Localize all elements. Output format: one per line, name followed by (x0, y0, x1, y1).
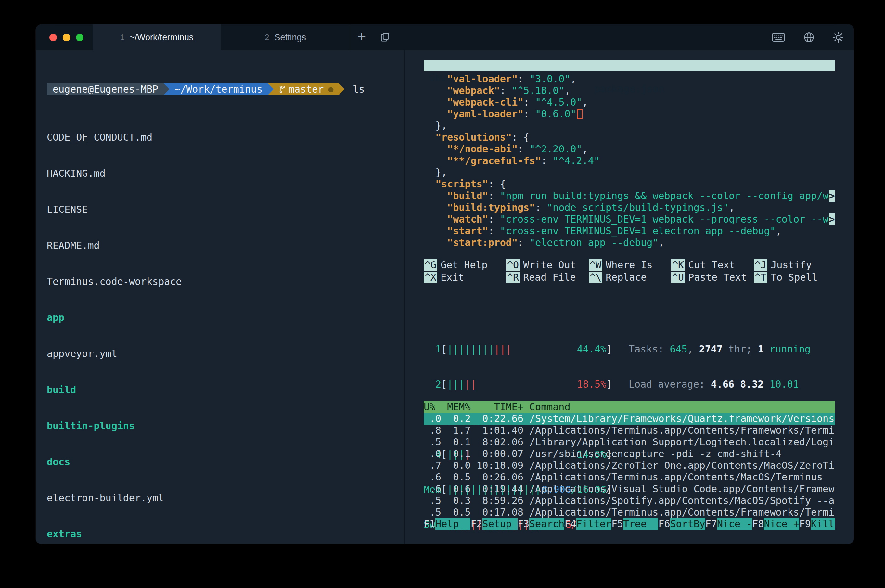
git-branch-icon (279, 85, 285, 93)
nano-editor[interactable]: "val-loader": "3.0.0", "webpack": "^5.18… (424, 73, 835, 249)
nano-line: "start": "cross-env TERMINUS_DEV=1 elect… (424, 225, 835, 237)
nano-line: "webpack": "^5.18.0", (424, 85, 835, 96)
process-row[interactable]: .70.010:18.09/Applications/ZeroTier One.… (424, 460, 835, 471)
load-average-stat: Load average: 4.66 8.32 10.01 (628, 378, 811, 390)
nano-line: "build": "npm run build:typings && webpa… (424, 190, 835, 202)
nano-shortcut-bar: ^GGet Help ^OWrite Out ^WWhere Is ^KCut … (424, 259, 835, 284)
prompt-git-segment: master ● (268, 83, 344, 95)
keyboard-icon[interactable] (771, 33, 786, 42)
htop-function-key-bar: F1Help F2Setup F3Search F4Filter F5Tree … (424, 518, 835, 530)
nano-title-bar: GNU nano 4.5 package.json (424, 60, 835, 72)
terminus-window: 1 ~/Work/terminus 2 Settings + (36, 24, 854, 544)
zoom-button[interactable] (76, 34, 84, 41)
nano-cursor (577, 109, 582, 119)
minimize-button[interactable] (63, 34, 70, 41)
new-tab-button[interactable]: + (350, 24, 373, 50)
tab-bar: 1 ~/Work/terminus 2 Settings + (36, 24, 854, 50)
file-entry: HACKING.md (47, 167, 404, 179)
nano-shortcut: ^\Replace (589, 272, 671, 284)
line-continuation-marker: > (829, 190, 835, 202)
nano-shortcut: ^JJustify (754, 259, 836, 272)
nano-shortcut: ^RRead File (506, 272, 589, 284)
split-pane-area: eugene@Eugenes-MBP ~/Work/terminus maste… (36, 50, 854, 544)
tab-settings[interactable]: 2 Settings (221, 24, 350, 50)
typed-command: ls (353, 83, 364, 95)
git-dirty-dot: ● (328, 83, 333, 95)
fkey-sortby[interactable]: F6SortBy (658, 518, 705, 530)
nano-line: "*/node-abi": "^2.20.0", (424, 143, 835, 155)
nano-line: }, (424, 120, 835, 132)
prompt-line: eugene@Eugenes-MBP ~/Work/terminus maste… (47, 83, 404, 95)
cpu-meter-2: 2[|||||18.5%] (424, 378, 612, 390)
process-row[interactable]: .81.71:01.40/Applications/Terminus.app/C… (424, 424, 835, 436)
tasks-stat: Tasks: 645, 2747 thr; 1 running (628, 344, 811, 355)
tab-number: 1 (120, 33, 124, 42)
nano-line: "watch": "cross-env TERMINUS_DEV=1 webpa… (424, 213, 835, 225)
tab-label: ~/Work/terminus (130, 33, 194, 42)
dir-entry: app (47, 312, 404, 324)
nano-shortcut: ^TTo Spell (754, 272, 836, 284)
cpu-meter-1: 1[|||||||||||44.4%] (424, 344, 612, 355)
fkey-setup[interactable]: F2Setup (471, 518, 517, 530)
fkey-filter[interactable]: F4Filter (564, 518, 611, 530)
fkey-search[interactable]: F3Search (518, 518, 564, 530)
fkey-kill[interactable]: F9Kill (799, 518, 835, 530)
globe-icon[interactable] (803, 32, 815, 43)
tab-work-terminus[interactable]: 1 ~/Work/terminus (93, 24, 221, 50)
nano-line: "yaml-loader": "0.6.0" (424, 108, 835, 120)
nano-shortcut: ^OWrite Out (506, 259, 589, 272)
file-entry: appveyor.yml (47, 348, 404, 360)
file-entry: Terminus.code-workspace (47, 276, 404, 288)
process-row[interactable]: .50.50:17.08/Applications/Terminus.app/C… (424, 507, 835, 518)
prompt-user-segment: eugene@Eugenes-MBP (47, 83, 169, 95)
tab-number: 2 (265, 33, 269, 42)
file-entry: LICENSE (47, 203, 404, 215)
nano-line: "webpack-cli": "^4.5.0", (424, 96, 835, 108)
dir-entry: build (47, 384, 404, 396)
fkey-help[interactable]: F1Help (424, 518, 471, 530)
process-row[interactable]: .00.10:00.07/usr/sbin/screencapture -pdi… (424, 448, 835, 460)
prompt-path-segment: ~/Work/terminus (164, 83, 273, 95)
process-row[interactable]: .60.60:19.44/Applications/Visual Studio … (424, 483, 835, 495)
process-row[interactable]: .60.50:26.06/Applications/Terminus.app/C… (424, 471, 835, 483)
process-row-selected[interactable]: .00.20:22.66/System/Library/Frameworks/Q… (424, 413, 835, 424)
window-controls (36, 24, 93, 50)
nano-line: "val-loader": "3.0.0", (424, 73, 835, 85)
nano-shortcut: ^GGet Help (424, 259, 506, 272)
dir-entry: builtin-plugins (47, 420, 404, 432)
nano-line: "build:typings": "node scripts/build-typ… (424, 202, 835, 213)
htop-process-table: U%MEM%TIME+Command .00.20:22.66/System/L… (424, 401, 835, 518)
dir-entry: docs (47, 456, 404, 468)
nano-line: "start:prod": "electron app --debug", (424, 237, 835, 249)
process-row[interactable]: .50.18:02.06/Library/Application Support… (424, 436, 835, 448)
tab-bar-actions (771, 24, 854, 50)
line-continuation-marker: > (829, 213, 835, 225)
nano-shortcut: ^XExit (424, 272, 506, 284)
nano-line: "resolutions": { (424, 132, 835, 143)
settings-gear-icon[interactable] (832, 32, 844, 43)
nano-shortcut: ^WWhere Is (589, 259, 671, 272)
duplicate-tab-icon[interactable] (373, 24, 397, 50)
close-button[interactable] (50, 34, 57, 41)
pane-divider[interactable] (404, 50, 405, 544)
nano-shortcut: ^UPaste Text (671, 272, 754, 284)
nano-line: }, (424, 166, 835, 178)
tab-label: Settings (274, 33, 306, 42)
terminal-pane-shell[interactable]: eugene@Eugenes-MBP ~/Work/terminus maste… (36, 50, 404, 544)
fkey-nice-minus[interactable]: F7Nice - (705, 518, 752, 530)
file-entry: CODE_OF_CONDUCT.md (47, 131, 404, 143)
dir-entry: extras (47, 528, 404, 540)
process-row[interactable]: .50.38:59.26/Applications/Spotify.app/Co… (424, 495, 835, 507)
file-entry: README.md (47, 239, 404, 252)
file-entry: electron-builder.yml (47, 492, 404, 504)
process-table-header[interactable]: U%MEM%TIME+Command (424, 401, 835, 413)
right-pane[interactable]: GNU nano 4.5 package.json "val-loader": … (424, 50, 835, 544)
fkey-tree[interactable]: F5Tree (612, 518, 658, 530)
nano-shortcut: ^KCut Text (671, 259, 754, 272)
nano-line: "scripts": { (424, 178, 835, 190)
fkey-nice-plus[interactable]: F8Nice + (752, 518, 799, 530)
nano-line: "**/graceful-fs": "^4.2.4" (424, 155, 835, 166)
